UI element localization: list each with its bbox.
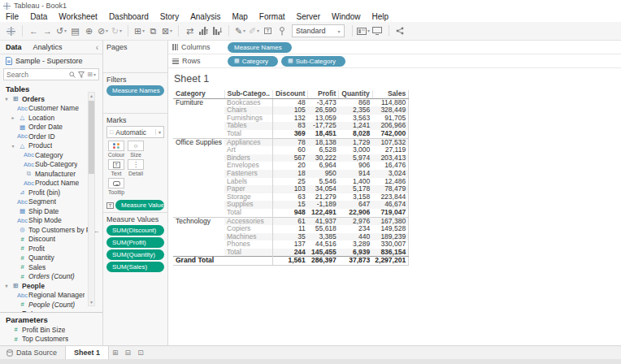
pause-updates-icon[interactable]: ⊘▾ [96, 24, 110, 38]
revert-icon[interactable]: ↺▾ [54, 24, 68, 38]
parameter-item[interactable]: #Top Customers [0, 335, 102, 344]
value-cell[interactable]: 22,906 [339, 209, 372, 217]
value-cell[interactable]: 914 [339, 170, 372, 178]
category-cell[interactable]: Furniture [173, 98, 224, 138]
scroll-down-icon[interactable]: ▾ [90, 299, 93, 306]
value-cell[interactable]: 11 [272, 225, 307, 233]
swap-rows-columns-icon[interactable]: ⇄ [183, 24, 197, 38]
subcategory-cell[interactable]: Machines [224, 233, 272, 241]
value-cell[interactable]: 167,380 [372, 217, 408, 225]
value-cell[interactable]: 189,239 [372, 233, 408, 241]
value-cell[interactable]: 950 [308, 170, 339, 178]
value-cell[interactable]: 742,000 [372, 130, 408, 138]
value-cell[interactable]: 83 [272, 122, 307, 130]
value-cell[interactable]: 8,028 [339, 130, 372, 138]
subcategory-cell[interactable]: Supplies [224, 201, 272, 209]
column-header-sales[interactable]: Sales [372, 90, 408, 98]
value-cell[interactable]: 906 [339, 162, 372, 170]
subcategory-cell[interactable]: Storage [224, 193, 272, 202]
value-cell[interactable]: 6,964 [308, 162, 339, 170]
scroll-thumb[interactable] [89, 101, 94, 174]
subcategory-cell[interactable]: Phones [224, 240, 272, 249]
tab-data-source[interactable]: Data Source [0, 346, 65, 359]
value-cell[interactable]: 1,241 [339, 122, 372, 130]
search-icon[interactable] [69, 72, 76, 78]
value-cell[interactable]: 46,674 [372, 201, 408, 209]
view-options-icon[interactable]: ⊞▾ [87, 71, 96, 78]
subcategory-cell[interactable]: Envelopes [224, 162, 272, 170]
value-cell[interactable]: 26,590 [308, 106, 339, 115]
value-cell[interactable]: 34,054 [308, 185, 339, 193]
column-header-discount[interactable]: Discount [272, 90, 307, 98]
value-cell[interactable]: 30,222 [308, 154, 339, 162]
clear-sheet-icon[interactable]: ⊠▾ [160, 24, 174, 38]
pill-measure-names[interactable]: Measure Names [228, 42, 292, 53]
value-cell[interactable]: 836,154 [372, 249, 408, 257]
save-icon[interactable]: ▤ [68, 24, 82, 38]
menu-format[interactable]: Format [254, 12, 291, 21]
subcategory-cell[interactable]: Paper [224, 185, 272, 193]
value-cell[interactable]: 1,729 [339, 138, 372, 146]
sort-ascending-icon[interactable] [197, 24, 211, 38]
menu-data[interactable]: Data [24, 12, 53, 21]
tableau-home-icon[interactable] [4, 24, 18, 38]
subcategory-cell[interactable]: Copiers [224, 225, 272, 233]
value-cell[interactable]: 647 [339, 201, 372, 209]
mark-button-tooltip[interactable]: Tooltip [106, 178, 126, 195]
value-cell[interactable]: 107,532 [372, 138, 408, 146]
value-cell[interactable]: 137 [272, 240, 307, 249]
value-cell[interactable]: 1,561 [272, 257, 307, 266]
pill-sum-sales-[interactable]: SUM(Sales) [106, 262, 164, 272]
value-cell[interactable]: 330,007 [372, 240, 408, 249]
run-update-icon[interactable]: ↻▾ [110, 24, 124, 38]
value-cell[interactable]: 440 [339, 233, 372, 241]
new-worksheet-tab-icon[interactable]: ⊞ [109, 346, 122, 359]
mark-button-text[interactable]: TText [106, 159, 126, 176]
menu-help[interactable]: Help [367, 12, 395, 21]
scroll-up-icon[interactable]: ▴ [90, 93, 93, 99]
menu-dashboard[interactable]: Dashboard [103, 12, 154, 21]
new-story-tab-icon[interactable]: ⊡ [134, 346, 147, 359]
subcategory-cell[interactable]: Tables [224, 122, 272, 130]
value-cell[interactable]: 719,047 [372, 209, 408, 217]
field-list-scrollbar[interactable]: ▴ ▾ [88, 92, 95, 306]
value-cell[interactable]: 2,976 [339, 217, 372, 225]
value-cell[interactable]: 3,289 [339, 240, 372, 249]
subcategory-cell[interactable]: Bookcases [224, 98, 272, 106]
subcategory-cell[interactable]: Total [224, 249, 272, 257]
value-cell[interactable]: 25 [272, 178, 307, 186]
back-icon[interactable]: ← [27, 24, 41, 38]
value-cell[interactable]: 55,618 [308, 225, 339, 233]
expander-icon[interactable]: ▾ [3, 96, 10, 102]
format-icon[interactable]: ✐▾ [247, 24, 261, 38]
value-cell[interactable]: 105 [272, 106, 307, 115]
value-cell[interactable]: 223,844 [372, 193, 408, 202]
subcategory-cell[interactable]: Accessories [224, 217, 272, 225]
filter-fields-icon[interactable] [78, 72, 85, 78]
value-cell[interactable]: 3,158 [339, 193, 372, 202]
value-cell[interactable]: 5,178 [339, 185, 372, 193]
column-header-quantity[interactable]: Quantity [339, 90, 372, 98]
parameter-item[interactable]: #Profit Bin Size [0, 325, 102, 335]
pin-icon[interactable] [275, 24, 289, 38]
menu-map[interactable]: Map [226, 12, 253, 21]
value-cell[interactable]: 3,563 [339, 115, 372, 123]
subcategory-cell[interactable]: Fasteners [224, 170, 272, 178]
highlight-icon[interactable]: ✎▾ [233, 24, 247, 38]
value-cell[interactable]: 114,880 [372, 98, 408, 106]
category-cell[interactable]: Technology [173, 217, 224, 257]
value-cell[interactable]: 203,413 [372, 154, 408, 162]
pill-sum-profit-[interactable]: SUM(Profit) [106, 237, 164, 248]
subcategory-cell[interactable]: Appliances [224, 138, 272, 146]
pill-measure-names[interactable]: Measure Names [106, 85, 164, 96]
textbox-icon[interactable]: T [261, 24, 275, 38]
value-cell[interactable]: 3,024 [372, 170, 408, 178]
datasource-row[interactable]: Sample - Superstore [0, 54, 102, 67]
value-cell[interactable]: 6,939 [339, 249, 372, 257]
column-header-profit[interactable]: Profit [308, 90, 339, 98]
value-cell[interactable]: 37,873 [339, 257, 372, 266]
value-cell[interactable]: 12,486 [372, 178, 408, 186]
tab-data[interactable]: Data [0, 43, 28, 51]
value-cell[interactable]: 3,000 [339, 146, 372, 154]
value-cell[interactable]: 868 [339, 98, 372, 106]
